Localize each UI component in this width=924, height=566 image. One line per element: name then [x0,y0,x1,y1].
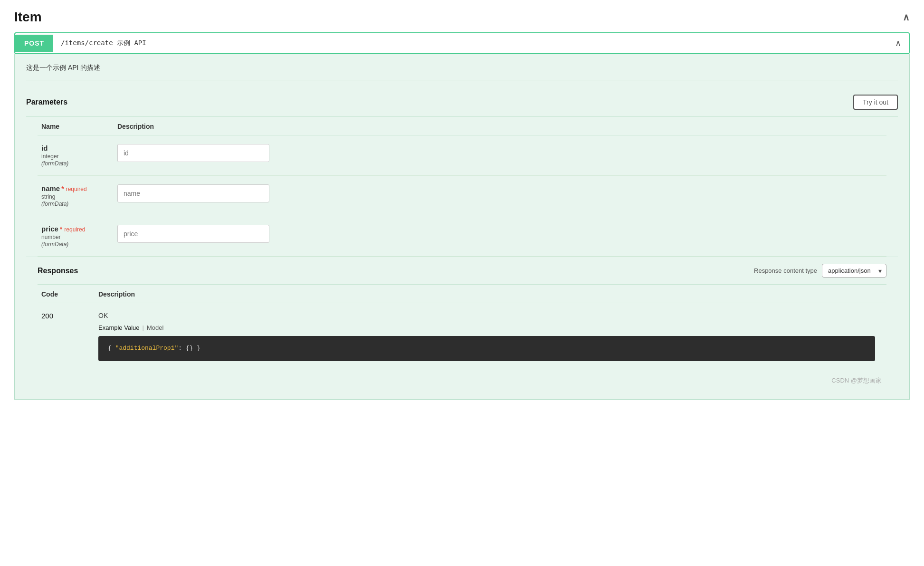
response-code-cell: 200 [38,303,95,370]
param-input-cell [114,176,886,216]
required-label: required [66,186,87,192]
response-status: OK [98,312,883,319]
example-value-tab[interactable]: Example Value [98,324,139,331]
response-description-col-header: Description [95,285,886,303]
required-star: * [61,185,64,192]
endpoint-path: /items/create 示例 API [53,34,887,52]
responses-table: Code Description 200OKExample Value|Mode… [38,285,886,370]
api-endpoint-bar: POST /items/create 示例 API ∧ [14,32,910,54]
param-name-cell: price*requirednumber(formData) [38,216,114,257]
param-location: (formData) [41,160,110,167]
example-value-tabs: Example Value|Model [98,324,883,331]
description-col-header: Description [114,117,886,135]
response-desc-cell: OKExample Value|Model{ "additionalProp1"… [95,303,886,370]
responses-header-row: Code Description [38,285,886,303]
responses-section: Responses Response content type applicat… [26,257,898,390]
api-body: 这是一个示例 API 的描述 Parameters Try it out Nam… [14,54,910,400]
params-header-row: Name Description [38,117,886,135]
responses-header: Responses Response content type applicat… [38,264,886,285]
content-type-select[interactable]: application/json [822,264,886,278]
tab-divider: | [142,324,143,331]
param-location: (formData) [41,241,110,248]
required-label: required [64,226,85,233]
param-input-price[interactable] [117,225,269,243]
collapse-icon[interactable]: ∧ [903,11,910,23]
code-col-header: Code [38,285,95,303]
content-type-label: Response content type [754,267,817,274]
response-row: 200OKExample Value|Model{ "additionalPro… [38,303,886,370]
param-row: price*requirednumber(formData) [38,216,886,257]
param-name: price [41,225,58,233]
model-tab[interactable]: Model [147,324,163,331]
param-name-cell: name*requiredstring(formData) [38,176,114,216]
page-title-bar: Item ∧ [14,10,910,25]
endpoint-collapse-icon[interactable]: ∧ [887,33,909,53]
param-row: name*requiredstring(formData) [38,176,886,216]
param-name-cell: idinteger(formData) [38,135,114,176]
parameters-area: Name Description idinteger(formData)name… [26,117,898,257]
param-type: string [41,193,110,200]
parameters-table: Name Description idinteger(formData)name… [38,117,886,257]
param-location: (formData) [41,201,110,207]
parameters-section-header: Parameters Try it out [26,88,898,117]
param-name: id [41,144,48,152]
api-description: 这是一个示例 API 的描述 [26,64,898,80]
response-code-block: { "additionalProp1": {} } [98,336,875,361]
param-input-name[interactable] [117,184,269,202]
page-container: Item ∧ POST /items/create 示例 API ∧ 这是一个示… [0,0,924,566]
param-input-cell [114,216,886,257]
param-type: integer [41,153,110,160]
page-title: Item [14,10,42,25]
param-row: idinteger(formData) [38,135,886,176]
try-it-out-button[interactable]: Try it out [853,95,898,110]
responses-title: Responses [38,267,78,275]
param-input-cell [114,135,886,176]
parameters-title: Parameters [26,98,67,106]
content-type-select-wrapper[interactable]: application/json [822,264,886,278]
param-type: number [41,234,110,240]
content-type-control: Response content type application/json [754,264,886,278]
param-input-id[interactable] [117,144,269,162]
http-method-badge: POST [15,35,53,52]
param-name: name [41,184,60,192]
required-star: * [60,225,62,233]
watermark: CSDN @梦想画家 [38,372,886,390]
name-col-header: Name [38,117,114,135]
